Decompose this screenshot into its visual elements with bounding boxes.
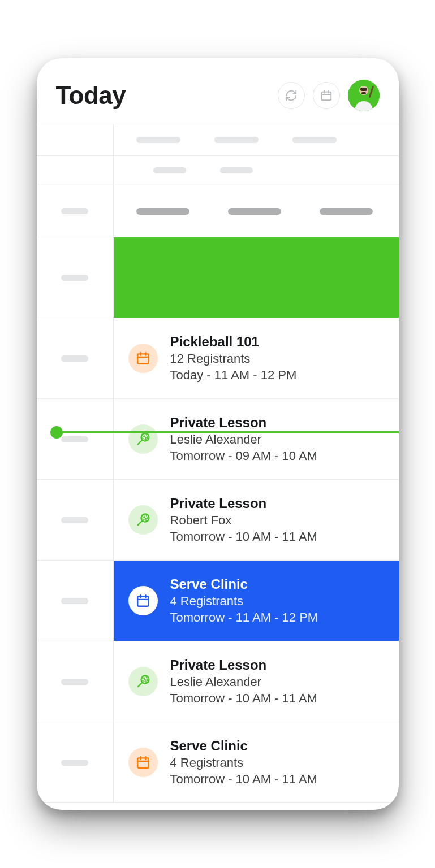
event-title: Private Lesson	[170, 657, 317, 673]
event-row[interactable]: Private Lesson Robert Fox Tomorrow - 10 …	[37, 480, 399, 561]
avatar-image	[348, 80, 380, 111]
time-col	[37, 722, 114, 802]
event-row[interactable]: Private Lesson Leslie Alexander Tomorrow…	[37, 641, 399, 722]
event-title: Private Lesson	[170, 496, 317, 511]
event-time: Tomorrow - 11 AM - 12 PM	[170, 610, 318, 625]
time-col	[37, 561, 114, 641]
svg-rect-6	[137, 354, 149, 363]
event-time: Today - 11 AM - 12 PM	[170, 368, 297, 383]
now-indicator-dot	[50, 426, 63, 439]
sync-button[interactable]	[278, 82, 305, 109]
event-time: Tomorrow - 09 AM - 10 AM	[170, 449, 317, 463]
avatar[interactable]	[348, 80, 380, 111]
racket-icon	[128, 505, 158, 535]
page-title: Today	[56, 81, 126, 110]
svg-rect-0	[321, 92, 331, 101]
event-row[interactable]: Serve Clinic 4 Registrants Tomorrow - 11…	[37, 561, 399, 641]
time-col	[37, 641, 114, 722]
event-time: Tomorrow - 10 AM - 11 AM	[170, 772, 317, 787]
event-time: Tomorrow - 10 AM - 11 AM	[170, 691, 317, 706]
event-subtitle: Leslie Alexander	[170, 432, 317, 447]
event-block-current[interactable]	[114, 237, 399, 318]
svg-rect-4	[361, 92, 366, 94]
event-row[interactable]: Pickleball 101 12 Registrants Today - 11…	[37, 318, 399, 399]
event-subtitle: 4 Registrants	[170, 756, 317, 770]
calendar-icon	[320, 89, 333, 102]
svg-rect-9	[137, 596, 149, 606]
header-actions	[278, 80, 380, 111]
now-indicator-line	[56, 431, 399, 433]
event-row[interactable]: Private Lesson Leslie Alexander Tomorrow…	[37, 399, 399, 480]
svg-rect-11	[137, 758, 149, 767]
calendar-icon	[128, 748, 158, 777]
event-title: Pickleball 101	[170, 334, 297, 350]
event-time: Tomorrow - 10 AM - 11 AM	[170, 530, 317, 544]
event-title: Serve Clinic	[170, 576, 318, 592]
event-title: Private Lesson	[170, 415, 317, 431]
calendar-icon	[128, 586, 158, 615]
event-title: Serve Clinic	[170, 738, 317, 754]
event-subtitle: 4 Registrants	[170, 594, 318, 609]
header: Today	[37, 58, 399, 124]
event-subtitle: 12 Registrants	[170, 351, 297, 366]
schedule-grid: Pickleball 101 12 Registrants Today - 11…	[37, 124, 399, 803]
time-col	[37, 318, 114, 398]
calendar-button[interactable]	[313, 82, 340, 109]
racket-icon	[128, 424, 158, 454]
racket-icon	[128, 667, 158, 696]
sync-icon	[285, 89, 298, 102]
time-col	[37, 399, 114, 479]
time-col	[37, 480, 114, 560]
svg-rect-3	[360, 88, 367, 91]
event-row[interactable]: Serve Clinic 4 Registrants Tomorrow - 10…	[37, 722, 399, 803]
event-subtitle: Leslie Alexander	[170, 675, 317, 689]
event-subtitle: Robert Fox	[170, 513, 317, 528]
phone-frame: Today	[37, 58, 399, 810]
calendar-icon	[128, 344, 158, 373]
